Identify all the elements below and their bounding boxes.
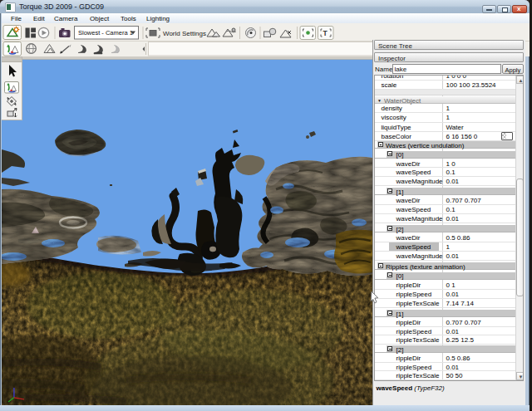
svg-text:T: T — [323, 29, 328, 37]
svg-text:World Settings: World Settings — [163, 30, 206, 37]
svg-text:Slowest - Camera 1: Slowest - Camera 1 — [78, 29, 133, 37]
